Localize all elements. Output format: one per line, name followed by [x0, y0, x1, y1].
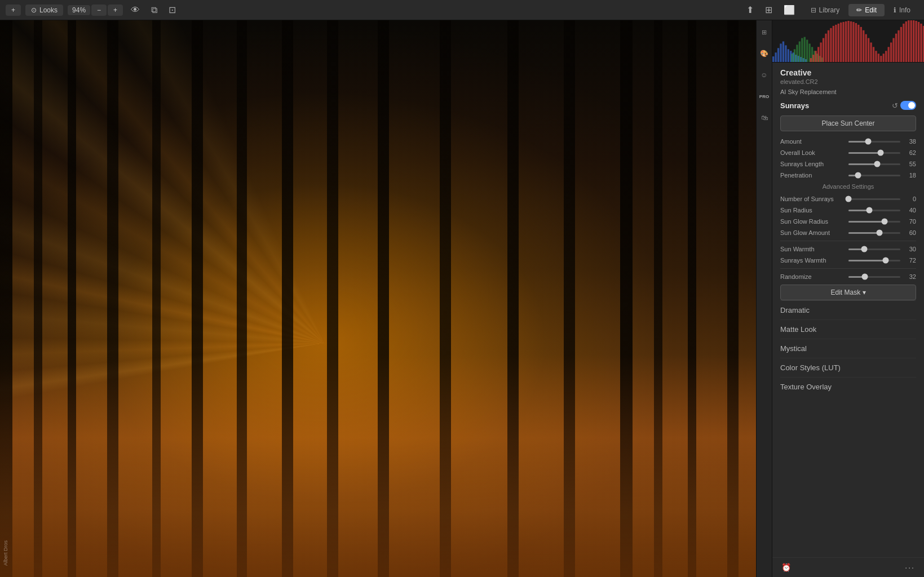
slider-value-sun-warmth: 30 [904, 246, 916, 252]
photo-area: Albert Dros [0, 20, 772, 577]
divider [780, 241, 916, 241]
svg-rect-64 [903, 24, 904, 62]
tab-library[interactable]: ⊟ Library [803, 4, 848, 16]
randomize-sliders: Randomize 32 [780, 273, 916, 280]
slider-label-sunrays-warmth: Sunrays Warmth [780, 257, 845, 264]
svg-rect-17 [799, 41, 801, 62]
sunrays-title: Sunrays [780, 101, 890, 110]
slider-row-sunrays-length: Sunrays Length 55 [780, 161, 916, 167]
slider-track-sunrays-warmth[interactable] [848, 260, 900, 261]
right-panel: Creative elevated.CR2 AI Sky Replacement… [772, 20, 924, 577]
slider-label-overall-look: Overall Look [780, 149, 845, 156]
pro-tool-button[interactable]: PRO [757, 89, 772, 104]
crop-button[interactable]: ⊡ [165, 3, 179, 17]
zoom-out-button[interactable]: − [91, 5, 107, 16]
slider-value-randomize: 32 [904, 273, 916, 280]
slider-track-sun-warmth[interactable] [848, 248, 900, 250]
slider-row-sun-radius: Sun Radius 40 [780, 207, 916, 214]
svg-rect-3 [780, 43, 781, 62]
tab-info[interactable]: ℹ Info [886, 4, 918, 16]
section-item-color-styles[interactable]: Color Styles (LUT) [780, 358, 916, 377]
svg-rect-44 [852, 22, 854, 62]
svg-rect-71 [920, 24, 922, 62]
creative-tool-button active[interactable]: 🎨 [757, 46, 772, 61]
add-icon: + [11, 6, 15, 14]
slider-value-sunrays-warmth: 72 [904, 257, 916, 264]
slider-label-sunrays-length: Sunrays Length [780, 161, 845, 167]
slider-value-sun-glow-amount: 60 [904, 229, 916, 236]
svg-rect-27 [810, 58, 812, 62]
svg-rect-31 [820, 42, 821, 62]
slider-label-sun-glow-amount: Sun Glow Amount [780, 229, 845, 236]
edit-mask-button[interactable]: Edit Mask ▾ [780, 285, 916, 300]
svg-rect-45 [855, 23, 857, 62]
svg-rect-4 [782, 41, 784, 62]
slider-track-sunrays-length[interactable] [848, 163, 900, 165]
svg-rect-33 [825, 34, 826, 62]
slider-track-amount[interactable] [848, 141, 900, 143]
compare-button[interactable]: ⧉ [148, 3, 161, 17]
svg-rect-59 [890, 42, 892, 62]
slider-row-penetration: Penetration 18 [780, 172, 916, 179]
history-button[interactable]: ⏰ [778, 561, 794, 574]
slider-track-overall-look[interactable] [848, 152, 900, 154]
svg-rect-32 [823, 38, 824, 62]
portrait-tool-button[interactable]: ☺ [757, 68, 772, 82]
slider-track-sun-radius[interactable] [848, 210, 900, 211]
svg-rect-48 [863, 30, 864, 62]
svg-rect-57 [885, 51, 887, 62]
slider-label-num-sunrays: Number of Sunrays [780, 196, 845, 202]
svg-rect-65 [905, 21, 907, 62]
main-sliders: Amount 38 Overall Look 62 [780, 138, 916, 179]
svg-rect-61 [895, 34, 897, 62]
zoom-group: 94% − + [68, 5, 123, 16]
sunrays-toggle[interactable] [900, 101, 916, 110]
grid-button[interactable]: ⊞ [762, 3, 776, 17]
fullscreen-button[interactable]: ⬜ [780, 3, 798, 17]
section-item-dramatic[interactable]: Dramatic [780, 300, 916, 319]
slider-row-num-sunrays: Number of Sunrays 0 [780, 196, 916, 202]
slider-track-penetration[interactable] [848, 175, 900, 176]
more-button[interactable]: ··· [901, 561, 918, 574]
section-item-mystical[interactable]: Mystical [780, 339, 916, 358]
export-button[interactable]: ⬆ [743, 3, 757, 17]
filename: elevated.CR2 [780, 78, 916, 85]
slider-row-amount: Amount 38 [780, 138, 916, 145]
svg-rect-40 [842, 22, 844, 62]
section-item-matte-look[interactable]: Matte Look [780, 319, 916, 339]
svg-rect-34 [828, 30, 829, 62]
slider-label-sun-warmth: Sun Warmth [780, 246, 845, 252]
looks-button[interactable]: ⊙ Looks [25, 5, 63, 16]
reset-button[interactable]: ↺ [892, 101, 898, 110]
section-item-texture-overlay[interactable]: Texture Overlay [780, 377, 916, 396]
svg-rect-60 [892, 38, 894, 62]
svg-rect-69 [915, 21, 917, 62]
watermark: Albert Dros [3, 540, 8, 566]
place-sun-button[interactable]: Place Sun Center [780, 116, 916, 131]
main-toolbar: + ⊙ Looks 94% − + 👁 ⧉ ⊡ ⬆ ⊞ ⬜ ⊟ Library … [0, 0, 924, 20]
slider-value-sun-glow-radius: 70 [904, 218, 916, 225]
slider-track-randomize[interactable] [848, 276, 900, 278]
view-button[interactable]: 👁 [127, 3, 143, 17]
slider-track-sun-glow-radius[interactable] [848, 221, 900, 223]
slider-value-num-sunrays: 0 [904, 196, 916, 202]
svg-rect-15 [794, 49, 795, 62]
slider-track-sun-glow-amount[interactable] [848, 232, 900, 234]
svg-rect-67 [910, 20, 912, 62]
zoom-in-button[interactable]: + [108, 5, 123, 16]
svg-rect-18 [801, 38, 803, 62]
layers-tool-button[interactable]: ⊞ [757, 25, 772, 39]
add-button[interactable]: + [6, 5, 21, 16]
export-tool-button[interactable]: 🛍 [757, 110, 772, 125]
zoom-value: 94% [68, 5, 90, 15]
tab-edit[interactable]: ✏ Edit [848, 4, 885, 16]
svg-rect-6 [788, 49, 789, 62]
warmth-sliders: Sun Warmth 30 Sunrays Warmth 72 [780, 246, 916, 264]
slider-track-num-sunrays[interactable] [848, 198, 900, 200]
slider-row-sunrays-warmth: Sunrays Warmth 72 [780, 257, 916, 264]
svg-rect-46 [857, 25, 859, 62]
slider-label-sun-radius: Sun Radius [780, 207, 845, 214]
section-title: Creative [780, 68, 916, 77]
slider-row-randomize: Randomize 32 [780, 273, 916, 280]
advanced-settings-label: Advanced Settings [780, 183, 916, 190]
